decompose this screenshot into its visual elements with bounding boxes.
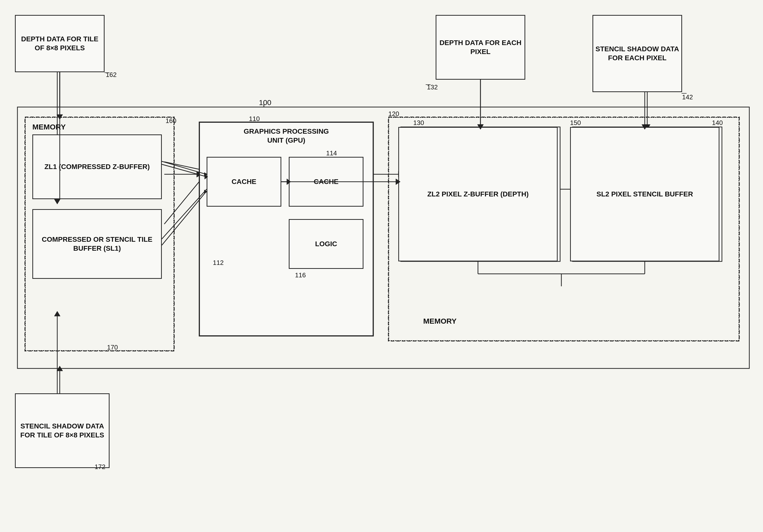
svg-marker-46 (57, 366, 63, 371)
sl2-buffer-box: SL2 PIXEL STENCIL BUFFER (570, 127, 719, 262)
ref-100: 100 (259, 98, 272, 107)
ref-170: 170 (107, 344, 118, 351)
diagram: DEPTH DATA FOR TILE OF 8×8 PIXELS 162 DE… (0, 0, 763, 532)
ref-120: 120 (388, 110, 399, 118)
ref-114: 114 (326, 150, 337, 157)
ref-160: 160 (165, 117, 176, 125)
depth-data-pixel-label: DEPTH DATA FOR EACH PIXEL (436, 38, 524, 56)
stencil-shadow-tile-box: STENCIL SHADOW DATA FOR TILE OF 8×8 PIXE… (15, 393, 110, 468)
stencil-shadow-pixel-box: STENCIL SHADOW DATA FOR EACH PIXEL (593, 15, 682, 92)
cache-114-label: CACHE (314, 177, 339, 186)
ref-132: 132 (427, 83, 438, 91)
ref-116: 116 (295, 271, 306, 279)
logic-116-label: LOGIC (315, 240, 337, 249)
ref-172: 172 (95, 463, 105, 471)
depth-data-tile-box: DEPTH DATA FOR TILE OF 8×8 PIXELS (15, 15, 105, 72)
ref-130: 130 (413, 119, 424, 127)
cache-112-label: CACHE (232, 177, 257, 186)
sl2-buffer-label: SL2 PIXEL STENCIL BUFFER (597, 190, 693, 199)
ref-140: 140 (712, 119, 723, 127)
ref-150: 150 (570, 119, 581, 127)
memory-left-label: MEMORY (32, 122, 66, 132)
ref-112: 112 (213, 259, 224, 266)
logic-116-box: LOGIC (289, 219, 364, 269)
ref-110: 110 (249, 115, 260, 123)
memory-right-label: MEMORY (423, 316, 457, 326)
cache-112-box: CACHE (207, 157, 281, 207)
gpu-label: GRAPHICS PROCESSINGUNIT (GPU) (209, 127, 364, 145)
zl1-box: ZL1 (COMPRESSED Z-BUFFER) (32, 135, 162, 199)
ref-162: 162 (106, 71, 117, 79)
compressed-stencil-label: COMPRESSED OR STENCIL TILE BUFFER (SL1) (33, 235, 161, 253)
cache-114-box: CACHE (289, 157, 364, 207)
stencil-shadow-pixel-label: STENCIL SHADOW DATA FOR EACH PIXEL (593, 45, 681, 63)
zl2-buffer-box: ZL2 PIXEL Z-BUFFER (DEPTH) (398, 127, 558, 262)
depth-data-pixel-box: DEPTH DATA FOR EACH PIXEL (436, 15, 525, 80)
zl1-label: ZL1 (COMPRESSED Z-BUFFER) (44, 162, 150, 171)
depth-data-tile-label: DEPTH DATA FOR TILE OF 8×8 PIXELS (16, 35, 104, 53)
stencil-shadow-tile-label: STENCIL SHADOW DATA FOR TILE OF 8×8 PIXE… (16, 422, 109, 440)
zl2-buffer-label: ZL2 PIXEL Z-BUFFER (DEPTH) (427, 190, 528, 199)
compressed-stencil-box: COMPRESSED OR STENCIL TILE BUFFER (SL1) (32, 209, 162, 279)
ref-142: 142 (682, 93, 693, 101)
